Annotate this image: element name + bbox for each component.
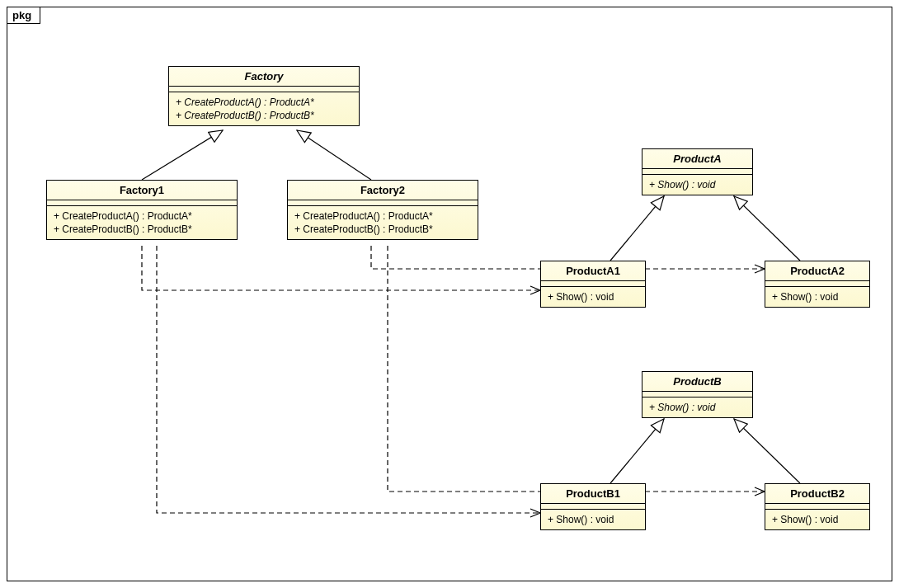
class-productb: ProductB + Show() : void xyxy=(642,371,753,418)
class-productb2-name: ProductB2 xyxy=(765,484,869,504)
class-producta2-body: + Show() : void xyxy=(765,287,869,307)
class-productb1-body: + Show() : void xyxy=(541,510,645,529)
class-factory1-name: Factory1 xyxy=(47,181,237,200)
operation: + Show() : void xyxy=(548,290,638,303)
class-producta2: ProductA2 + Show() : void xyxy=(765,261,870,308)
class-productb-name: ProductB xyxy=(642,372,752,392)
package-label: pkg xyxy=(7,7,40,24)
operation: + Show() : void xyxy=(772,513,863,526)
class-productb1-name: ProductB1 xyxy=(541,484,645,504)
class-producta: ProductA + Show() : void xyxy=(642,148,753,195)
operation: + Show() : void xyxy=(649,401,746,414)
class-producta-body: + Show() : void xyxy=(642,175,752,195)
class-separator xyxy=(169,87,359,92)
operation: + CreateProductB() : ProductB* xyxy=(294,223,471,236)
class-separator xyxy=(288,200,478,206)
class-producta-name: ProductA xyxy=(642,149,752,169)
operation: + CreateProductA() : ProductA* xyxy=(294,209,471,223)
class-separator xyxy=(642,392,752,397)
operation: + Show() : void xyxy=(772,290,863,303)
class-producta1: ProductA1 + Show() : void xyxy=(540,261,646,308)
class-factory1-body: + CreateProductA() : ProductA* + CreateP… xyxy=(47,206,237,239)
class-separator xyxy=(541,504,645,510)
class-factory2: Factory2 + CreateProductA() : ProductA* … xyxy=(287,180,478,240)
class-productb1: ProductB1 + Show() : void xyxy=(540,483,646,530)
operation: + CreateProductA() : ProductA* xyxy=(54,209,230,223)
class-factory2-body: + CreateProductA() : ProductA* + CreateP… xyxy=(288,206,478,239)
class-producta1-body: + Show() : void xyxy=(541,287,645,307)
class-factory2-name: Factory2 xyxy=(288,181,478,200)
class-productb2-body: + Show() : void xyxy=(765,510,869,529)
class-productb-body: + Show() : void xyxy=(642,397,752,417)
class-separator xyxy=(47,200,237,206)
operation: + Show() : void xyxy=(548,513,638,526)
operation: + CreateProductA() : ProductA* xyxy=(176,96,352,109)
class-factory: Factory + CreateProductA() : ProductA* +… xyxy=(168,66,360,126)
class-separator xyxy=(541,281,645,287)
class-separator xyxy=(642,169,752,175)
class-factory-name: Factory xyxy=(169,67,359,87)
class-productb2: ProductB2 + Show() : void xyxy=(765,483,870,530)
operation: + Show() : void xyxy=(649,178,746,191)
class-producta1-name: ProductA1 xyxy=(541,261,645,281)
diagram-canvas: pkg Factory + CreateProductA() : Product… xyxy=(0,0,899,588)
class-factory-body: + CreateProductA() : ProductA* + CreateP… xyxy=(169,92,359,125)
operation: + CreateProductB() : ProductB* xyxy=(176,109,352,122)
class-producta2-name: ProductA2 xyxy=(765,261,869,281)
class-separator xyxy=(765,504,869,510)
package-frame xyxy=(7,7,892,581)
package-name: pkg xyxy=(12,9,31,21)
operation: + CreateProductB() : ProductB* xyxy=(54,223,230,236)
class-separator xyxy=(765,281,869,287)
class-factory1: Factory1 + CreateProductA() : ProductA* … xyxy=(46,180,238,240)
